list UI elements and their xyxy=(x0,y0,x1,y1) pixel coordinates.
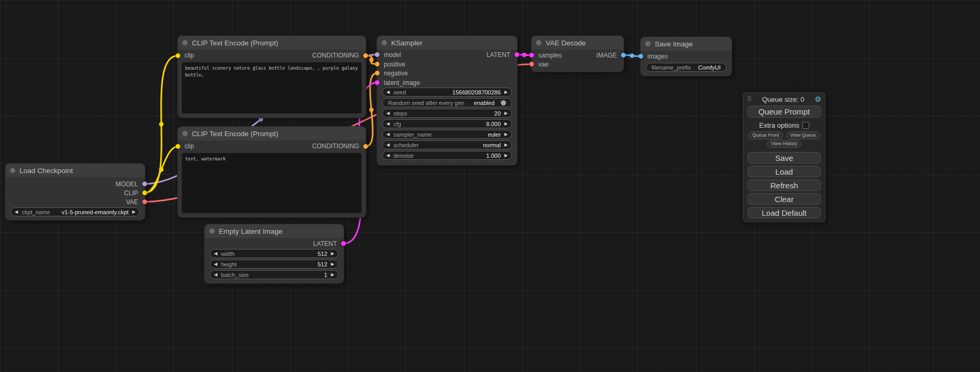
increment-arrow-icon[interactable]: ▶ xyxy=(132,210,135,214)
slot-row: clip CONDITIONING xyxy=(185,141,359,151)
clip-input-port-icon[interactable] xyxy=(176,144,180,149)
conditioning-output-port-icon[interactable] xyxy=(363,144,368,149)
increment-arrow-icon[interactable]: ▶ xyxy=(331,273,334,277)
toggle-knob-icon[interactable] xyxy=(501,100,506,106)
collapse-dot-icon[interactable] xyxy=(645,41,651,46)
decrement-arrow-icon[interactable]: ◀ xyxy=(386,132,390,137)
image-output-port-icon[interactable] xyxy=(621,53,626,58)
decrement-arrow-icon[interactable]: ◀ xyxy=(386,111,390,116)
queue-prompt-button[interactable]: Queue Prompt xyxy=(748,106,821,118)
cfg-widget[interactable]: ◀ cfg 8.000 ▶ xyxy=(382,119,512,128)
slot-row: positive xyxy=(384,60,510,69)
random-seed-toggle-widget[interactable]: Random seed after every gen enabled xyxy=(382,98,512,107)
latent-output-port-icon[interactable] xyxy=(515,52,519,57)
refresh-button[interactable]: Refresh xyxy=(748,179,821,191)
decrement-arrow-icon[interactable]: ◀ xyxy=(214,252,217,256)
increment-arrow-icon[interactable]: ▶ xyxy=(504,132,508,137)
node-title: CLIP Text Encode (Prompt) xyxy=(192,130,278,138)
samples-input-port-icon[interactable] xyxy=(529,53,534,58)
drag-handle-icon[interactable]: ⠿ xyxy=(747,96,752,103)
model-input-port-icon[interactable] xyxy=(375,52,380,57)
clip-input-port-icon[interactable] xyxy=(176,53,180,58)
collapse-dot-icon[interactable] xyxy=(182,131,188,136)
conditioning-output-port-icon[interactable] xyxy=(363,53,368,58)
input-label-negative: negative xyxy=(384,70,407,77)
link-midpoint-dot xyxy=(259,117,263,121)
node-title-bar: Empty Latent Image xyxy=(205,224,344,238)
steps-widget[interactable]: ◀ steps 20 ▶ xyxy=(382,109,512,118)
increment-arrow-icon[interactable]: ▶ xyxy=(504,154,508,158)
positive-input-port-icon[interactable] xyxy=(375,62,380,66)
widget-value: v1-5-pruned-emaonly.ckpt xyxy=(62,209,129,215)
clip-output-port-icon[interactable] xyxy=(142,190,147,195)
widget-value: normal xyxy=(483,142,501,148)
widget-name: height xyxy=(221,261,237,268)
output-label-clip: CLIP xyxy=(124,189,138,197)
node-title: Load Checkpoint xyxy=(20,167,73,175)
ckpt-name-widget[interactable]: ◀ ckpt_name v1-5-pruned-emaonly.ckpt ▶ xyxy=(11,207,140,216)
decrement-arrow-icon[interactable]: ◀ xyxy=(386,154,390,158)
batch-size-widget[interactable]: ◀ batch_size 1 ▶ xyxy=(210,270,338,279)
node-save-image[interactable]: Save Image images filename_prefix ComfyU… xyxy=(641,37,732,76)
seed-widget[interactable]: ◀ seed 156680208700286 ▶ xyxy=(382,88,512,97)
view-history-button[interactable]: View History xyxy=(767,140,802,148)
collapse-dot-icon[interactable] xyxy=(382,40,387,45)
clear-button[interactable]: Clear xyxy=(748,193,821,205)
node-load-checkpoint[interactable]: Load Checkpoint MODEL CLIP VAE ◀ ckpt_na… xyxy=(5,164,145,220)
increment-arrow-icon[interactable]: ▶ xyxy=(504,90,508,94)
view-queue-button[interactable]: View Queue xyxy=(786,131,820,139)
collapse-dot-icon[interactable] xyxy=(536,40,541,45)
collapse-dot-icon[interactable] xyxy=(209,228,215,234)
decrement-arrow-icon[interactable]: ◀ xyxy=(214,262,217,266)
collapse-dot-icon[interactable] xyxy=(182,40,188,45)
vae-output-port-icon[interactable] xyxy=(142,199,147,204)
decrement-arrow-icon[interactable]: ◀ xyxy=(15,210,18,214)
output-label-conditioning: CONDITIONING xyxy=(312,52,359,59)
increment-arrow-icon[interactable]: ▶ xyxy=(331,262,334,266)
latent-output-port-icon[interactable] xyxy=(341,241,346,246)
decrement-arrow-icon[interactable]: ◀ xyxy=(214,273,217,277)
slot-row: negative xyxy=(384,69,510,78)
width-widget[interactable]: ◀ width 512 ▶ xyxy=(210,249,338,258)
decrement-arrow-icon[interactable]: ◀ xyxy=(386,90,390,94)
node-title-bar: KSampler xyxy=(377,36,517,50)
positive-prompt-textarea[interactable]: beautiful scenery nature glass bottle la… xyxy=(182,62,362,113)
link-midpoint-dot xyxy=(630,53,634,58)
decrement-arrow-icon[interactable]: ◀ xyxy=(386,122,390,126)
height-widget[interactable]: ◀ height 512 ▶ xyxy=(210,260,338,269)
images-input-port-icon[interactable] xyxy=(638,54,643,59)
negative-input-port-icon[interactable] xyxy=(375,71,380,75)
vae-input-port-icon[interactable] xyxy=(529,62,534,66)
increment-arrow-icon[interactable]: ▶ xyxy=(331,252,334,256)
node-clip-text-encode-negative[interactable]: CLIP Text Encode (Prompt) clip CONDITION… xyxy=(178,127,366,217)
input-label-samples: samples xyxy=(538,52,562,59)
queue-front-button[interactable]: Queue Front xyxy=(748,131,783,139)
denoise-widget[interactable]: ◀ denoise 1.000 ▶ xyxy=(382,151,512,160)
negative-prompt-textarea[interactable]: text, watermark xyxy=(182,153,362,213)
latent-image-input-port-icon[interactable] xyxy=(375,80,380,85)
node-vae-decode[interactable]: VAE Decode samples IMAGE vae xyxy=(531,36,624,72)
link-midpoint-dot xyxy=(369,108,373,112)
increment-arrow-icon[interactable]: ▶ xyxy=(504,111,508,116)
model-output-port-icon[interactable] xyxy=(142,182,147,186)
increment-arrow-icon[interactable]: ▶ xyxy=(504,122,508,126)
node-ksampler[interactable]: KSampler model LATENT positive negative … xyxy=(377,36,517,165)
load-default-button[interactable]: Load Default xyxy=(748,207,821,218)
sampler-name-widget[interactable]: ◀ sampler_name euler ▶ xyxy=(382,130,512,139)
widget-value: 1.000 xyxy=(486,152,501,159)
settings-gear-icon[interactable]: ⚙ xyxy=(814,95,821,103)
collapse-dot-icon[interactable] xyxy=(10,168,15,173)
increment-arrow-icon[interactable]: ▶ xyxy=(504,143,508,147)
scheduler-widget[interactable]: ◀ scheduler normal ▶ xyxy=(382,140,512,149)
node-title-bar: CLIP Text Encode (Prompt) xyxy=(178,127,366,140)
filename-prefix-widget[interactable]: filename_prefix ComfyUI xyxy=(646,63,726,72)
slot-row: model LATENT xyxy=(384,50,510,59)
extra-options-checkbox[interactable] xyxy=(802,122,809,129)
node-graph-canvas[interactable]: Load Checkpoint MODEL CLIP VAE ◀ ckpt_na… xyxy=(0,0,980,372)
node-clip-text-encode-positive[interactable]: CLIP Text Encode (Prompt) clip CONDITION… xyxy=(178,36,366,118)
decrement-arrow-icon[interactable]: ◀ xyxy=(386,143,390,147)
save-button[interactable]: Save xyxy=(748,152,821,164)
load-button[interactable]: Load xyxy=(748,166,821,177)
widget-name: cfg xyxy=(393,121,401,127)
node-empty-latent-image[interactable]: Empty Latent Image LATENT ◀ width 512 ▶ … xyxy=(205,224,344,283)
